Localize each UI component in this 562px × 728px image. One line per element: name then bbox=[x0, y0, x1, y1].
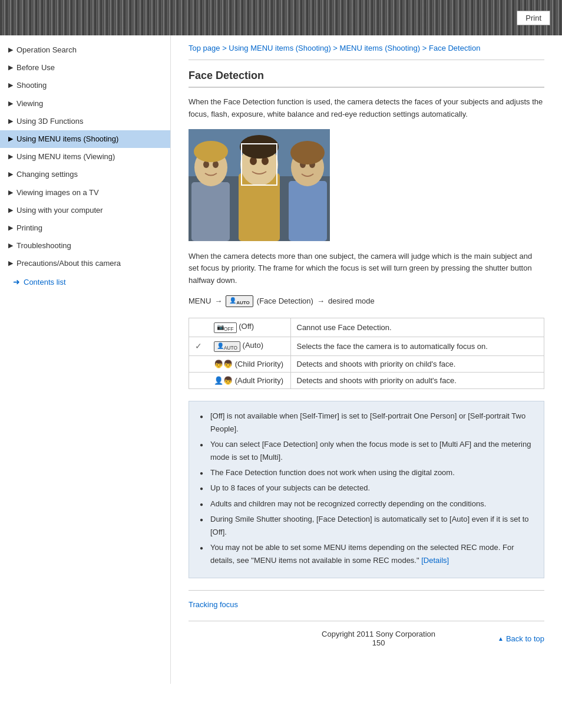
list-item: The Face Detection function does not wor… bbox=[200, 466, 533, 479]
svg-rect-2 bbox=[191, 182, 230, 241]
sidebar-item-changing-settings[interactable]: ▶ Changing settings bbox=[0, 166, 170, 183]
print-button[interactable]: Print bbox=[517, 11, 550, 25]
photo-svg bbox=[189, 129, 330, 241]
table-mode-label: (Child Priority) bbox=[235, 360, 283, 368]
chevron-right-icon: ▶ bbox=[8, 206, 13, 215]
table-desc-cell: Detects and shoots with priority on chil… bbox=[290, 355, 544, 372]
sidebar-item-using-menu-viewing[interactable]: ▶ Using MENU items (Viewing) bbox=[0, 148, 170, 166]
menu-line: MENU → 👤AUTO (Face Detection) → desired … bbox=[189, 295, 544, 307]
chevron-right-icon: ▶ bbox=[8, 241, 13, 250]
face-auto-icon: 👤AUTO bbox=[214, 341, 240, 352]
table-desc-cell: Detects and shoots with priority on adul… bbox=[290, 372, 544, 388]
nav-links: Tracking focus bbox=[189, 590, 544, 609]
table-row: 📷OFF (Off) Cannot use Face Detection. bbox=[189, 318, 544, 337]
menu-label: (Face Detection) bbox=[257, 297, 313, 305]
sidebar-item-using-menu-shooting[interactable]: ▶ Using MENU items (Shooting) bbox=[0, 130, 170, 148]
chevron-right-icon: ▶ bbox=[8, 152, 13, 161]
sidebar: ▶ Operation Search ▶ Before Use ▶ Shooti… bbox=[0, 35, 171, 684]
sidebar-item-label: Using 3D Functions bbox=[16, 116, 83, 127]
chevron-right-icon: ▶ bbox=[8, 259, 13, 268]
table-mode-cell: 👦👦 (Child Priority) bbox=[208, 355, 290, 372]
face-off-icon: 📷OFF bbox=[214, 322, 237, 333]
notes-box: [Off] is not available when [Self-Timer]… bbox=[189, 401, 544, 578]
list-item: [Off] is not available when [Self-Timer]… bbox=[200, 410, 533, 436]
sidebar-item-printing[interactable]: ▶ Printing bbox=[0, 219, 170, 237]
detection-table: 📷OFF (Off) Cannot use Face Detection. ✓ … bbox=[189, 318, 544, 389]
menu-desired-mode: desired mode bbox=[328, 297, 375, 305]
breadcrumb-face-detection: Face Detection bbox=[429, 44, 480, 52]
sidebar-item-precautions[interactable]: ▶ Precautions/About this camera bbox=[0, 255, 170, 272]
sidebar-item-label: Using MENU items (Viewing) bbox=[16, 151, 115, 162]
chevron-right-icon: ▶ bbox=[8, 134, 13, 143]
sidebar-item-troubleshooting[interactable]: ▶ Troubleshooting bbox=[0, 237, 170, 255]
contents-list-label: Contents list bbox=[24, 278, 66, 286]
menu-arrow-2: → bbox=[317, 297, 325, 305]
list-item: Up to 8 faces of your subjects can be de… bbox=[200, 482, 533, 495]
arrow-right-icon: ➜ bbox=[13, 277, 20, 286]
table-check-cell bbox=[189, 355, 209, 372]
list-item: You can select [Face Detection] only whe… bbox=[200, 438, 533, 464]
list-item: During Smile Shutter shooting, [Face Det… bbox=[200, 513, 533, 539]
face-detection-icon: 👤AUTO bbox=[226, 295, 253, 307]
tracking-focus-link[interactable]: Tracking focus bbox=[189, 600, 238, 609]
svg-point-17 bbox=[290, 141, 325, 164]
list-item: Adults and children may not be recognize… bbox=[200, 498, 533, 510]
sidebar-item-operation-search[interactable]: ▶ Operation Search bbox=[0, 41, 170, 59]
details-link[interactable]: [Details] bbox=[421, 556, 449, 565]
table-check-cell bbox=[189, 318, 209, 337]
breadcrumb-using-menu-shooting[interactable]: Using MENU items (Shooting) bbox=[229, 44, 330, 52]
notes-list: [Off] is not available when [Self-Timer]… bbox=[200, 410, 533, 567]
header-bar: Print bbox=[0, 0, 562, 35]
svg-point-6 bbox=[203, 161, 209, 168]
sidebar-item-label: Using with your computer bbox=[16, 205, 103, 216]
footer-copyright: Copyright 2011 Sony Corporation bbox=[259, 630, 498, 638]
back-to-top-link[interactable]: ▲ Back to top bbox=[498, 634, 544, 643]
footer: Copyright 2011 Sony Corporation 150 ▲ Ba… bbox=[189, 621, 544, 655]
sidebar-item-3d-functions[interactable]: ▶ Using 3D Functions bbox=[0, 113, 170, 130]
sidebar-item-viewing-images-tv[interactable]: ▶ Viewing images on a TV bbox=[0, 184, 170, 202]
menu-text: MENU bbox=[189, 297, 211, 305]
table-mode-label: (Auto) bbox=[243, 341, 263, 350]
chevron-right-icon: ▶ bbox=[8, 170, 13, 179]
chevron-right-icon: ▶ bbox=[8, 223, 13, 232]
table-check-cell: ✓ bbox=[189, 337, 209, 355]
menu-arrow-1: → bbox=[214, 297, 222, 305]
face-child-icon: 👦👦 bbox=[214, 360, 233, 368]
table-mode-cell: 👤AUTO (Auto) bbox=[208, 337, 290, 355]
table-check-cell bbox=[189, 372, 209, 388]
face-adult-icon: 👤👦 bbox=[214, 376, 233, 385]
chevron-right-icon: ▶ bbox=[8, 45, 13, 54]
camera-photo bbox=[189, 129, 330, 241]
chevron-right-icon: ▶ bbox=[8, 63, 13, 72]
sidebar-item-label: Operation Search bbox=[16, 45, 77, 55]
table-mode-cell: 👤👦 (Adult Priority) bbox=[208, 372, 290, 388]
table-desc-cell: Cannot use Face Detection. bbox=[290, 318, 544, 337]
breadcrumb: Top page > Using MENU items (Shooting) >… bbox=[189, 35, 544, 60]
breadcrumb-menu-items-shooting[interactable]: MENU items (Shooting) bbox=[340, 44, 421, 52]
contents-list-link[interactable]: ➜ Contents list bbox=[0, 272, 170, 291]
main-content: Top page > Using MENU items (Shooting) >… bbox=[171, 35, 562, 684]
table-desc-cell: Selects the face the camera is to automa… bbox=[290, 337, 544, 355]
sidebar-item-label: Viewing bbox=[16, 98, 43, 109]
check-mark-icon: ✓ bbox=[195, 341, 202, 351]
chevron-right-icon: ▶ bbox=[8, 117, 13, 126]
camera-image-container bbox=[189, 129, 544, 241]
table-row: 👦👦 (Child Priority) Detects and shoots w… bbox=[189, 355, 544, 372]
sidebar-item-before-use[interactable]: ▶ Before Use bbox=[0, 59, 170, 77]
page-layout: ▶ Operation Search ▶ Before Use ▶ Shooti… bbox=[0, 35, 562, 684]
svg-rect-4 bbox=[289, 181, 327, 241]
sidebar-item-label: Shooting bbox=[16, 80, 47, 91]
sidebar-item-label: Precautions/About this camera bbox=[16, 258, 121, 269]
sidebar-item-label: Before Use bbox=[16, 62, 55, 73]
footer-center: Copyright 2011 Sony Corporation 150 bbox=[259, 630, 498, 647]
breadcrumb-top-page[interactable]: Top page bbox=[189, 44, 220, 52]
sidebar-item-shooting[interactable]: ▶ Shooting bbox=[0, 77, 170, 94]
sidebar-item-viewing[interactable]: ▶ Viewing bbox=[0, 95, 170, 113]
chevron-right-icon: ▶ bbox=[8, 99, 13, 108]
table-mode-label: (Off) bbox=[239, 322, 254, 331]
sidebar-item-using-computer[interactable]: ▶ Using with your computer bbox=[0, 202, 170, 219]
sidebar-item-label: Troubleshooting bbox=[16, 241, 71, 251]
table-row: ✓ 👤AUTO (Auto) Selects the face the came… bbox=[189, 337, 544, 355]
sidebar-item-label: Using MENU items (Shooting) bbox=[16, 134, 118, 144]
svg-point-12 bbox=[240, 135, 279, 159]
